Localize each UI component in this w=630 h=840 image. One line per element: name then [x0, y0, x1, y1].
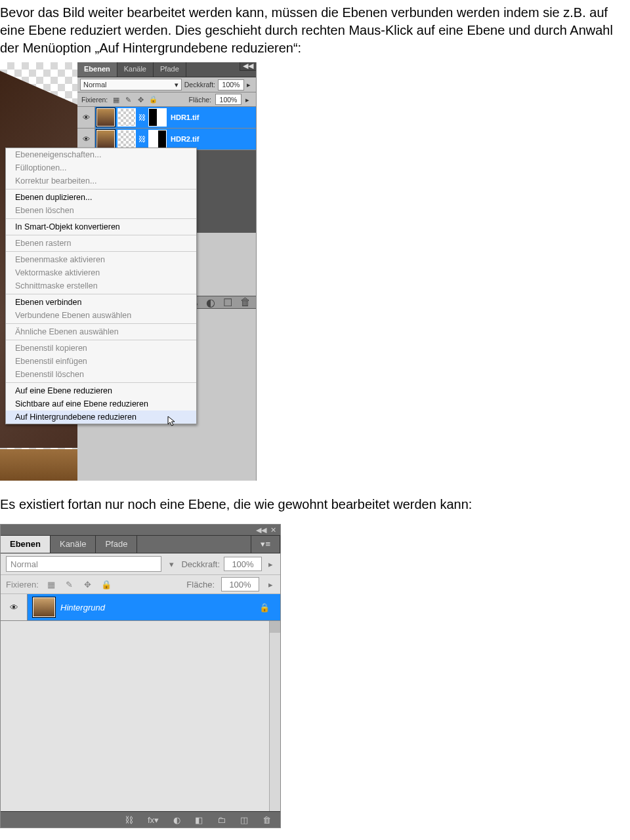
- arrow-icon[interactable]: ▸: [266, 580, 275, 590]
- lock-transparency-icon[interactable]: ▦: [112, 95, 120, 104]
- lock-all-icon[interactable]: 🔒: [149, 95, 158, 104]
- tab-layers[interactable]: Ebenen: [77, 62, 117, 77]
- layer-name[interactable]: HDR2.tif: [171, 135, 199, 143]
- blend-mode-value: Normal: [10, 559, 38, 569]
- fill-label: Fläche:: [189, 96, 211, 104]
- menu-item[interactable]: Ebenen duplizieren...: [6, 191, 196, 204]
- fx-icon[interactable]: fx▾: [148, 815, 159, 825]
- lock-transparency-icon[interactable]: ▦: [45, 578, 57, 590]
- mask-icon[interactable]: ◐: [173, 815, 180, 825]
- lock-label: Fixieren:: [81, 96, 108, 104]
- menu-item[interactable]: Ebenenstil löschen: [6, 368, 196, 381]
- layer-name[interactable]: HDR1.tif: [171, 113, 199, 121]
- close-icon[interactable]: ✕: [270, 526, 276, 534]
- layer-row[interactable]: 👁 ⛓ HDR1.tif: [77, 107, 256, 129]
- lock-paint-icon[interactable]: ✎: [124, 95, 133, 104]
- menu-item-label: Auf Hintergrundebene reduzieren: [15, 412, 136, 422]
- image-content-floor: [0, 449, 77, 481]
- menu-item[interactable]: Ebenen löschen: [6, 204, 196, 217]
- opacity-input[interactable]: 100%: [218, 79, 244, 90]
- opacity-label: Deckkraft:: [184, 81, 215, 89]
- fill-arrow-icon[interactable]: ▸: [245, 96, 252, 104]
- lock-icon: 🔒: [259, 603, 270, 612]
- arrow-icon[interactable]: ▸: [266, 559, 275, 569]
- tab-channels[interactable]: Kanäle: [117, 62, 154, 77]
- menu-item[interactable]: Ebenenstil kopieren: [6, 342, 196, 355]
- menu-item[interactable]: Sichtbare auf eine Ebene reduzieren: [6, 397, 196, 410]
- layer-alpha-thumb: [117, 108, 136, 127]
- opacity-label: Deckkraft:: [181, 559, 220, 569]
- lock-label: Fixieren:: [6, 580, 39, 590]
- lock-position-icon[interactable]: ✥: [136, 95, 145, 104]
- menu-item-flatten[interactable]: Auf Hintergrundebene reduzieren: [6, 410, 196, 424]
- layer-name[interactable]: Hintergrund: [60, 603, 259, 612]
- link-icon[interactable]: ⛓: [125, 815, 133, 825]
- menu-item[interactable]: Ähnliche Ebenen auswählen: [6, 325, 196, 338]
- scrollbar[interactable]: [269, 621, 280, 811]
- blend-mode-value: Normal: [83, 81, 106, 89]
- panel-footer: ⛓ fx▾ ◐ ◧ 🗀 ◫ 🗑: [1, 811, 280, 828]
- icon[interactable]: ◐: [206, 296, 215, 309]
- chevron-down-icon[interactable]: ▾: [165, 559, 177, 569]
- opacity-input[interactable]: 100%: [224, 557, 262, 571]
- panel-menu-icon[interactable]: ▾≡: [251, 536, 280, 553]
- menu-item[interactable]: Vektormaske aktivieren: [6, 266, 196, 279]
- menu-item[interactable]: Ebenen rastern: [6, 237, 196, 250]
- menu-item[interactable]: Auf eine Ebene reduzieren: [6, 384, 196, 397]
- fill-input[interactable]: 100%: [215, 94, 242, 105]
- folder-icon[interactable]: 🗀: [217, 815, 226, 825]
- layers-empty-area: [1, 621, 280, 811]
- trash-icon[interactable]: 🗑: [240, 296, 251, 308]
- layer-thumbnail[interactable]: [33, 597, 55, 617]
- opacity-arrow-icon[interactable]: ▸: [247, 81, 253, 89]
- fill-input[interactable]: 100%: [221, 577, 259, 591]
- intro-paragraph: Bevor das Bild weiter bearbeitet werden …: [0, 4, 630, 57]
- collapse-panel-icon[interactable]: ◀◀: [256, 526, 266, 534]
- menu-item[interactable]: Ebeneneigenschaften...: [6, 148, 196, 161]
- visibility-toggle-icon[interactable]: 👁: [77, 107, 95, 128]
- chevron-down-icon: ▾: [175, 81, 178, 89]
- screenshot-2: ◀◀ ✕ Ebenen Kanäle Pfade ▾≡ Normal ▾ Dec…: [0, 524, 281, 828]
- blend-mode-select[interactable]: Normal: [6, 556, 161, 572]
- menu-item[interactable]: Ebenenmaske aktivieren: [6, 253, 196, 266]
- menu-item[interactable]: Korrektur bearbeiten...: [6, 174, 196, 188]
- fill-label: Fläche:: [186, 580, 215, 590]
- layer-row-background[interactable]: 👁 Hintergrund 🔒: [1, 594, 280, 621]
- adjustment-icon[interactable]: ◧: [195, 815, 203, 825]
- visibility-toggle-icon[interactable]: 👁: [77, 129, 95, 150]
- blend-mode-select[interactable]: Normal ▾: [80, 79, 182, 90]
- tab-paths[interactable]: Pfade: [154, 62, 186, 77]
- menu-item[interactable]: Verbundene Ebenen auswählen: [6, 309, 196, 322]
- tab-layers[interactable]: Ebenen: [1, 536, 51, 553]
- lock-paint-icon[interactable]: ✎: [64, 578, 75, 590]
- menu-item[interactable]: Ebenen verbinden: [6, 296, 196, 309]
- layer-context-menu: Ebeneneigenschaften... Fülloptionen... K…: [5, 148, 197, 424]
- screenshot-1: ◀◀ Ebenen Kanäle Pfade Normal ▾ Deckkraf…: [0, 62, 257, 481]
- layer-mask-thumb[interactable]: [148, 108, 167, 127]
- menu-item[interactable]: In Smart-Objekt konvertieren: [6, 220, 196, 233]
- trash-icon[interactable]: 🗑: [262, 815, 271, 825]
- layer-alpha-thumb: [117, 130, 136, 148]
- new-layer-icon[interactable]: ◫: [240, 815, 248, 825]
- tab-paths[interactable]: Pfade: [96, 536, 137, 553]
- layer-mask-thumb[interactable]: [148, 130, 167, 148]
- lock-position-icon[interactable]: ✥: [82, 578, 94, 590]
- collapse-panel-button[interactable]: ◀◀: [240, 62, 256, 71]
- icon[interactable]: ☐: [223, 296, 232, 309]
- menu-item[interactable]: Fülloptionen...: [6, 161, 196, 174]
- link-icon: ⛓: [138, 135, 146, 143]
- menu-item[interactable]: Ebenenstil einfügen: [6, 355, 196, 368]
- menu-item[interactable]: Schnittmaske erstellen: [6, 279, 196, 292]
- layer-thumbnail[interactable]: [96, 108, 115, 127]
- outro-paragraph: Es existiert fortan nur noch eine Ebene,…: [0, 497, 630, 512]
- lock-all-icon[interactable]: 🔒: [100, 578, 112, 590]
- tab-channels[interactable]: Kanäle: [51, 536, 96, 553]
- layer-thumbnail[interactable]: [96, 130, 115, 148]
- visibility-toggle-icon[interactable]: 👁: [1, 594, 28, 620]
- link-icon: ⛓: [138, 113, 146, 121]
